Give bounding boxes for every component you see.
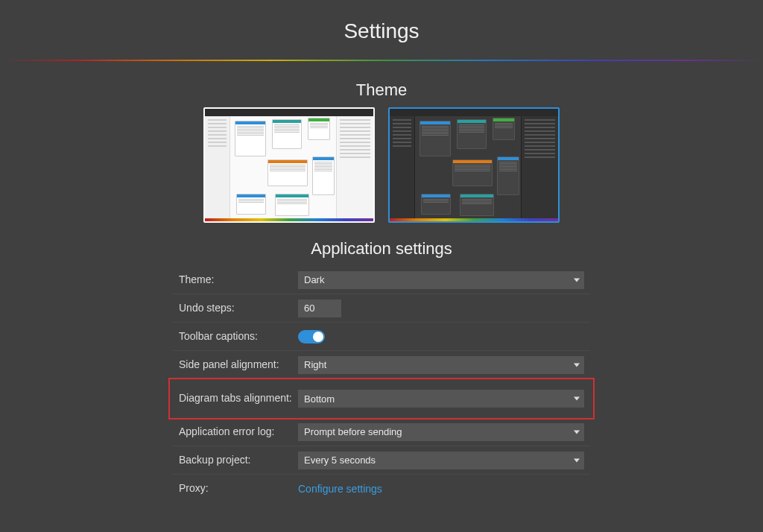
label-side-panel-alignment: Side panel alignment:	[179, 358, 298, 372]
settings-table: Theme: Dark Undo steps: Toolbar captions…	[173, 266, 590, 503]
select-application-error-log[interactable]: Prompt before sending	[298, 423, 584, 441]
row-toolbar-captions: Toolbar captions:	[173, 323, 590, 351]
label-backup-project: Backup project:	[179, 454, 298, 467]
select-theme[interactable]: Dark	[298, 271, 584, 289]
page-title: Settings	[0, 0, 763, 60]
select-diagram-tabs-alignment[interactable]: Bottom	[298, 390, 584, 408]
select-diagram-tabs-alignment-value: Bottom	[304, 393, 335, 405]
row-proxy: Proxy: Configure settings	[173, 475, 590, 503]
row-undo-steps: Undo steps:	[173, 294, 590, 323]
theme-option-dark[interactable]	[388, 107, 560, 223]
settings-content: Theme	[173, 61, 590, 503]
row-theme: Theme: Dark	[173, 266, 590, 294]
select-backup-project[interactable]: Every 5 seconds	[298, 452, 584, 469]
label-diagram-tabs-alignment: Diagram tabs alignment:	[179, 392, 298, 405]
toggle-toolbar-captions[interactable]	[298, 330, 325, 343]
toggle-knob	[313, 332, 323, 342]
row-backup-project: Backup project: Every 5 seconds	[173, 446, 590, 475]
row-diagram-tabs-alignment: Diagram tabs alignment: Bottom	[173, 379, 590, 418]
row-application-error-log: Application error log: Prompt before sen…	[173, 418, 590, 446]
select-side-panel-alignment-value: Right	[304, 359, 326, 370]
label-theme: Theme:	[179, 273, 298, 287]
row-side-panel-alignment: Side panel alignment: Right	[173, 351, 590, 379]
label-undo-steps: Undo steps:	[179, 302, 298, 315]
select-application-error-log-value: Prompt before sending	[304, 426, 402, 437]
label-toolbar-captions: Toolbar captions:	[179, 330, 298, 343]
app-settings-heading: Application settings	[173, 239, 590, 259]
select-theme-value: Dark	[304, 274, 324, 285]
rainbow-divider	[0, 60, 763, 61]
theme-option-light[interactable]	[203, 107, 375, 223]
label-proxy: Proxy:	[179, 482, 298, 495]
row-diagram-tabs-alignment-highlight: Diagram tabs alignment: Bottom	[173, 379, 590, 418]
theme-preview-row	[173, 107, 590, 223]
link-proxy-configure[interactable]: Configure settings	[298, 483, 382, 495]
input-undo-steps[interactable]	[298, 300, 341, 317]
label-application-error-log: Application error log:	[179, 425, 298, 439]
theme-heading: Theme	[173, 80, 590, 100]
select-side-panel-alignment[interactable]: Right	[298, 356, 584, 374]
select-backup-project-value: Every 5 seconds	[304, 455, 376, 466]
